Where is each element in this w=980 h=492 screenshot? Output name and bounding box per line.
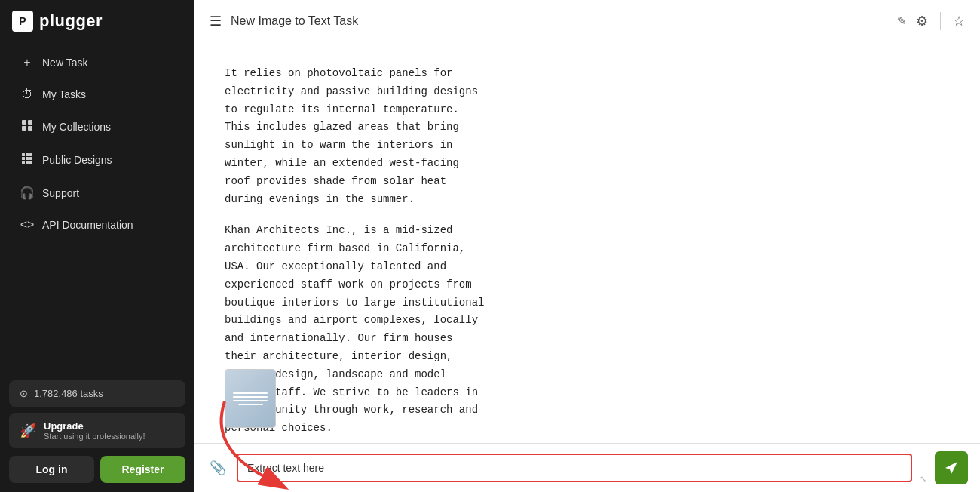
headphones-icon: 🎧 (20, 186, 35, 200)
send-button[interactable] (935, 451, 968, 484)
svg-rect-5 (26, 153, 29, 156)
thumb-line (233, 392, 268, 394)
svg-rect-7 (22, 157, 25, 160)
header-divider (940, 12, 941, 30)
clock-icon: ⏱ (20, 88, 35, 101)
sidebar-item-api-docs[interactable]: <> API Documentation (9, 211, 185, 239)
svg-rect-1 (28, 120, 32, 125)
tasks-count: ⊙ 1,782,486 tasks (9, 380, 185, 407)
sidebar-item-label: API Documentation (42, 219, 133, 231)
sidebar-logo: P plugger (0, 0, 194, 42)
login-button[interactable]: Log in (9, 456, 94, 483)
page-title: New Image to Text Task (231, 14, 888, 28)
thumb-line (238, 404, 263, 405)
sidebar-item-label: Support (42, 187, 79, 199)
rocket-icon: 🚀 (20, 423, 36, 439)
text-input[interactable] (247, 462, 902, 474)
sidebar-item-my-tasks[interactable]: ⏱ My Tasks (9, 80, 185, 109)
resize-handle: ⤡ (920, 474, 927, 484)
edit-icon[interactable]: ✎ (897, 14, 907, 28)
sidebar-item-label: New Task (42, 57, 87, 69)
svg-rect-0 (22, 120, 26, 125)
tasks-count-label: 1,782,486 tasks (34, 388, 103, 399)
svg-rect-6 (29, 153, 32, 156)
upgrade-label: Upgrade (44, 420, 145, 432)
sidebar: P plugger + New Task ⏱ My Tasks My Colle… (0, 0, 194, 492)
svg-rect-4 (22, 153, 25, 156)
auth-buttons: Log in Register (9, 456, 185, 483)
input-bar: 📎 ⤡ (194, 443, 980, 492)
upgrade-box[interactable]: 🚀 Upgrade Start using it professionally! (9, 413, 185, 448)
star-icon[interactable]: ☆ (953, 13, 965, 29)
settings-icon[interactable]: ⚙ (916, 13, 928, 29)
upgrade-text: Upgrade Start using it professionally! (44, 420, 145, 441)
svg-rect-3 (28, 126, 32, 131)
main-header: ☰ New Image to Text Task ✎ ⚙ ☆ (194, 0, 980, 42)
collections-icon (20, 119, 35, 134)
upgrade-sub: Start using it professionally! (44, 432, 145, 441)
code-icon: <> (20, 218, 35, 232)
sidebar-item-new-task[interactable]: + New Task (9, 48, 185, 77)
sidebar-item-label: Public Designs (42, 154, 112, 166)
sidebar-item-support[interactable]: 🎧 Support (9, 178, 185, 208)
sidebar-item-label: My Tasks (42, 88, 86, 100)
content-area: It relies on photovoltaic panels for ele… (194, 42, 980, 443)
logo-icon: P (12, 11, 33, 32)
sidebar-item-label: My Collections (42, 121, 111, 133)
header-right: ⚙ ☆ (916, 12, 965, 30)
thumb-line (233, 400, 268, 401)
grid-icon (20, 152, 35, 168)
sidebar-item-public-designs[interactable]: Public Designs (9, 145, 185, 175)
text-input-wrapper (237, 454, 912, 482)
svg-rect-10 (22, 161, 25, 164)
svg-rect-9 (29, 157, 32, 160)
image-thumbnail (225, 369, 276, 428)
attach-icon[interactable]: 📎 (207, 457, 229, 479)
thumb-line (233, 396, 268, 398)
tasks-count-icon: ⊙ (20, 388, 28, 399)
svg-rect-2 (22, 126, 26, 131)
content-paragraph-1: It relies on photovoltaic panels for ele… (225, 65, 541, 208)
register-button[interactable]: Register (100, 456, 185, 483)
thumb-inner (225, 370, 275, 427)
logo-text: plugger (39, 11, 103, 31)
sidebar-bottom: ⊙ 1,782,486 tasks 🚀 Upgrade Start using … (0, 371, 194, 492)
svg-rect-12 (29, 161, 32, 164)
sidebar-nav: + New Task ⏱ My Tasks My Collections Pub… (0, 42, 194, 371)
sidebar-item-my-collections[interactable]: My Collections (9, 112, 185, 142)
svg-rect-11 (26, 161, 29, 164)
plus-icon: + (20, 56, 35, 69)
main-area: ☰ New Image to Text Task ✎ ⚙ ☆ It relies… (194, 0, 980, 492)
svg-rect-8 (26, 157, 29, 160)
menu-icon[interactable]: ☰ (210, 13, 222, 29)
